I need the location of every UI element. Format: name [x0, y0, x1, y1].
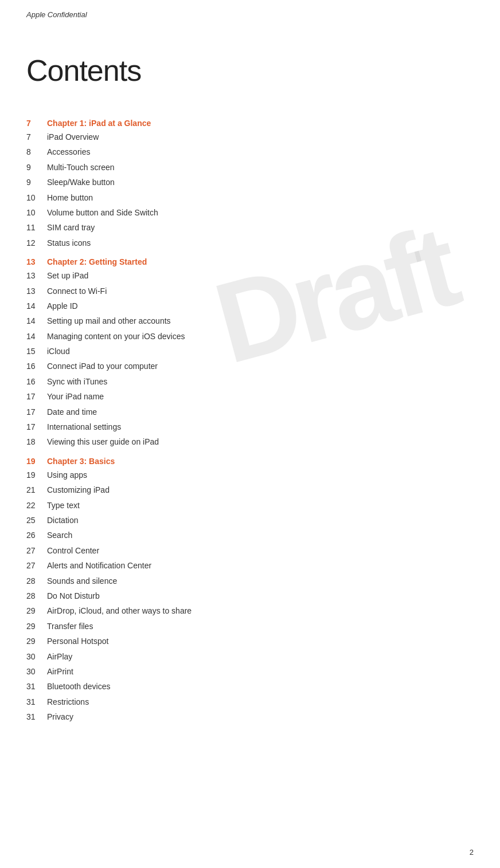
- toc-entry: 28Sounds and silence: [26, 575, 474, 587]
- entry-number: 30: [26, 650, 47, 663]
- toc-entry: 17International settings: [26, 421, 474, 433]
- toc-entry: 31Bluetooth devices: [26, 680, 474, 693]
- toc-entry: 26Search: [26, 529, 474, 541]
- entry-number: 28: [26, 575, 47, 587]
- toc-entry: 11SIM card tray: [26, 221, 474, 234]
- entry-text: Volume button and Side Switch: [47, 206, 158, 219]
- entry-text: Type text: [47, 499, 80, 512]
- page-container: Apple Confidential Contents Draft 7Chapt…: [0, 0, 500, 868]
- toc-entry: 17Date and time: [26, 406, 474, 418]
- entry-number: 22: [26, 499, 47, 512]
- toc-entry: 8Accessories: [26, 146, 474, 158]
- entry-text: Using apps: [47, 469, 87, 481]
- toc-entry: 7iPad Overview: [26, 131, 474, 143]
- entry-text: Date and time: [47, 406, 97, 418]
- entry-number: 13: [26, 285, 47, 297]
- toc-entry: 15iCloud: [26, 345, 474, 358]
- entry-number: 16: [26, 375, 47, 388]
- toc-entry: 29AirDrop, iCloud, and other ways to sha…: [26, 604, 474, 617]
- toc-entry: 14Setting up mail and other accounts: [26, 315, 474, 327]
- toc-entry: 13Connect to Wi-Fi: [26, 285, 474, 297]
- toc-entry: 13Set up iPad: [26, 269, 474, 282]
- entry-number: 18: [26, 435, 47, 448]
- entry-number: 16: [26, 360, 47, 372]
- entry-number: 25: [26, 514, 47, 527]
- toc-entry: 21Customizing iPad: [26, 484, 474, 496]
- entry-text: Setting up mail and other accounts: [47, 315, 171, 327]
- entry-text: Bluetooth devices: [47, 680, 111, 693]
- entry-number: 28: [26, 590, 47, 602]
- entry-text: AirDrop, iCloud, and other ways to share: [47, 604, 192, 617]
- entry-number: 31: [26, 696, 47, 708]
- toc-entry: 10Home button: [26, 191, 474, 204]
- toc-entry: 9Multi-Touch screen: [26, 161, 474, 174]
- header: Apple Confidential: [0, 0, 500, 19]
- entry-number: 27: [26, 544, 47, 557]
- entry-number: 29: [26, 604, 47, 617]
- entry-text: Personal Hotspot: [47, 635, 108, 647]
- entry-number: 26: [26, 529, 47, 541]
- toc-entry: 27Alerts and Notification Center: [26, 559, 474, 572]
- entry-number: 31: [26, 680, 47, 693]
- entry-text: Multi-Touch screen: [47, 161, 115, 174]
- toc-entry: 30AirPrint: [26, 665, 474, 678]
- entry-number: 11: [26, 221, 47, 234]
- entry-number: 27: [26, 559, 47, 572]
- entry-number: 14: [26, 315, 47, 327]
- entry-text: Connect to Wi-Fi: [47, 285, 107, 297]
- toc-entry: 16Connect iPad to your computer: [26, 360, 474, 372]
- entry-text: Home button: [47, 191, 93, 204]
- entry-number: 15: [26, 345, 47, 358]
- toc-chapter-heading: 13Chapter 2: Getting Started: [26, 257, 474, 266]
- entry-text: Accessories: [47, 146, 90, 158]
- entry-number: 12: [26, 237, 47, 249]
- page-number: 2: [470, 848, 474, 857]
- entry-text: Sounds and silence: [47, 575, 117, 587]
- entry-text: Apple ID: [47, 300, 78, 312]
- toc-entry: 30AirPlay: [26, 650, 474, 663]
- entry-number: 8: [26, 146, 47, 158]
- entry-text: Viewing this user guide on iPad: [47, 435, 159, 448]
- entry-text: Set up iPad: [47, 269, 88, 282]
- toc-entry: 14Managing content on your iOS devices: [26, 330, 474, 343]
- toc-entry: 9Sleep/Wake button: [26, 176, 474, 188]
- entry-number: 7: [26, 131, 47, 143]
- toc-entry: 18Viewing this user guide on iPad: [26, 435, 474, 448]
- toc-entry: 31Privacy: [26, 710, 474, 723]
- entry-text: Privacy: [47, 710, 73, 723]
- entry-text: Transfer files: [47, 620, 93, 633]
- chapter-number: 7: [26, 119, 47, 128]
- entry-number: 9: [26, 176, 47, 188]
- entry-text: International settings: [47, 421, 121, 433]
- entry-text: iPad Overview: [47, 131, 99, 143]
- chapter-title: Chapter 2: Getting Started: [47, 257, 147, 266]
- entry-number: 29: [26, 620, 47, 633]
- entry-number: 31: [26, 710, 47, 723]
- entry-text: AirPlay: [47, 650, 72, 663]
- toc-entry: 16Sync with iTunes: [26, 375, 474, 388]
- chapter-number: 13: [26, 257, 47, 266]
- entry-number: 21: [26, 484, 47, 496]
- entry-text: AirPrint: [47, 665, 73, 678]
- chapter-title: Chapter 1: iPad at a Glance: [47, 119, 151, 128]
- entry-number: 29: [26, 635, 47, 647]
- page-title: Contents: [0, 19, 500, 88]
- entry-text: Connect iPad to your computer: [47, 360, 158, 372]
- toc-entry: 27Control Center: [26, 544, 474, 557]
- entry-text: Search: [47, 529, 72, 541]
- toc-entry: 22Type text: [26, 499, 474, 512]
- entry-text: Alerts and Notification Center: [47, 559, 151, 572]
- entry-text: SIM card tray: [47, 221, 95, 234]
- entry-text: Status icons: [47, 237, 91, 249]
- entry-number: 9: [26, 161, 47, 174]
- toc-entry: 14Apple ID: [26, 300, 474, 312]
- entry-text: Control Center: [47, 544, 99, 557]
- entry-text: Your iPad name: [47, 390, 104, 403]
- entry-number: 10: [26, 206, 47, 219]
- entry-number: 17: [26, 390, 47, 403]
- entry-text: Sleep/Wake button: [47, 176, 115, 188]
- entry-text: Do Not Disturb: [47, 590, 100, 602]
- entry-number: 13: [26, 269, 47, 282]
- entry-text: Restrictions: [47, 696, 89, 708]
- toc-chapter-heading: 7Chapter 1: iPad at a Glance: [26, 119, 474, 128]
